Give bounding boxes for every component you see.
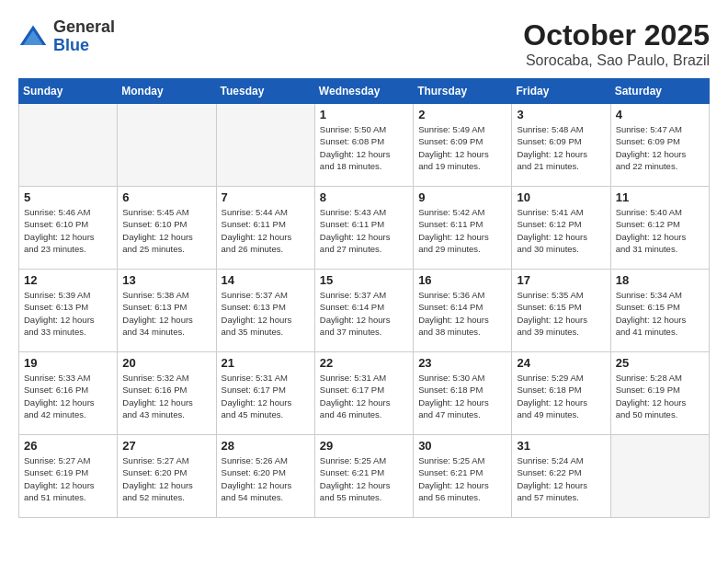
day-number: 15 xyxy=(320,273,408,287)
day-number: 4 xyxy=(616,108,704,121)
day-number: 12 xyxy=(24,273,112,287)
day-info: Sunrise: 5:25 AM Sunset: 6:21 PM Dayligh… xyxy=(418,454,506,503)
day-info: Sunrise: 5:49 AM Sunset: 6:09 PM Dayligh… xyxy=(418,123,506,172)
day-info: Sunrise: 5:27 AM Sunset: 6:19 PM Dayligh… xyxy=(24,454,112,503)
month-title: October 2025 xyxy=(523,18,710,52)
day-number: 24 xyxy=(517,356,605,370)
day-info: Sunrise: 5:24 AM Sunset: 6:22 PM Dayligh… xyxy=(517,454,605,503)
weekday-header: Sunday xyxy=(19,79,118,104)
day-number: 18 xyxy=(616,273,704,287)
day-info: Sunrise: 5:30 AM Sunset: 6:18 PM Dayligh… xyxy=(418,372,506,420)
weekday-header: Wednesday xyxy=(314,79,413,104)
day-number: 20 xyxy=(122,356,210,370)
day-info: Sunrise: 5:38 AM Sunset: 6:13 PM Dayligh… xyxy=(122,289,210,338)
calendar-cell: 2Sunrise: 5:49 AM Sunset: 6:09 PM Daylig… xyxy=(414,104,512,187)
calendar-week-row: 19Sunrise: 5:33 AM Sunset: 6:16 PM Dayli… xyxy=(19,352,710,435)
day-number: 30 xyxy=(418,439,506,453)
day-info: Sunrise: 5:36 AM Sunset: 6:14 PM Dayligh… xyxy=(418,289,506,338)
calendar-cell: 28Sunrise: 5:26 AM Sunset: 6:20 PM Dayli… xyxy=(216,435,314,518)
weekday-header: Thursday xyxy=(414,79,512,104)
day-info: Sunrise: 5:35 AM Sunset: 6:15 PM Dayligh… xyxy=(517,289,605,338)
day-number: 7 xyxy=(222,190,310,204)
calendar-cell: 3Sunrise: 5:48 AM Sunset: 6:09 PM Daylig… xyxy=(512,104,610,187)
day-number: 17 xyxy=(517,273,605,287)
calendar-cell: 1Sunrise: 5:50 AM Sunset: 6:08 PM Daylig… xyxy=(314,104,413,187)
logo-blue-label: Blue xyxy=(53,37,115,55)
day-info: Sunrise: 5:26 AM Sunset: 6:20 PM Dayligh… xyxy=(222,454,310,503)
calendar-cell: 24Sunrise: 5:29 AM Sunset: 6:18 PM Dayli… xyxy=(512,352,610,435)
calendar-week-row: 26Sunrise: 5:27 AM Sunset: 6:19 PM Dayli… xyxy=(19,435,710,518)
day-number: 13 xyxy=(122,273,210,287)
logo-icon xyxy=(18,22,48,52)
day-number: 21 xyxy=(222,356,310,370)
day-number: 14 xyxy=(222,273,310,287)
location-label: Sorocaba, Sao Paulo, Brazil xyxy=(523,52,710,69)
calendar-week-row: 12Sunrise: 5:39 AM Sunset: 6:13 PM Dayli… xyxy=(19,270,710,352)
day-number: 8 xyxy=(320,190,408,204)
calendar-cell: 9Sunrise: 5:42 AM Sunset: 6:11 PM Daylig… xyxy=(414,187,512,270)
calendar-cell: 12Sunrise: 5:39 AM Sunset: 6:13 PM Dayli… xyxy=(19,270,118,352)
day-info: Sunrise: 5:37 AM Sunset: 6:14 PM Dayligh… xyxy=(320,289,408,338)
day-info: Sunrise: 5:45 AM Sunset: 6:10 PM Dayligh… xyxy=(122,206,210,255)
calendar-cell: 14Sunrise: 5:37 AM Sunset: 6:13 PM Dayli… xyxy=(216,270,314,352)
calendar-cell: 11Sunrise: 5:40 AM Sunset: 6:12 PM Dayli… xyxy=(610,187,709,270)
title-block: October 2025 Sorocaba, Sao Paulo, Brazil xyxy=(523,18,710,69)
calendar-cell: 8Sunrise: 5:43 AM Sunset: 6:11 PM Daylig… xyxy=(314,187,413,270)
day-number: 28 xyxy=(222,439,310,453)
calendar-cell xyxy=(216,104,314,187)
calendar-cell: 30Sunrise: 5:25 AM Sunset: 6:21 PM Dayli… xyxy=(414,435,512,518)
day-info: Sunrise: 5:48 AM Sunset: 6:09 PM Dayligh… xyxy=(517,123,605,172)
logo: General Blue xyxy=(18,18,115,55)
day-number: 6 xyxy=(122,190,210,204)
day-info: Sunrise: 5:50 AM Sunset: 6:08 PM Dayligh… xyxy=(320,123,408,172)
calendar-cell xyxy=(610,435,709,518)
day-info: Sunrise: 5:41 AM Sunset: 6:12 PM Dayligh… xyxy=(517,206,605,255)
weekday-header: Tuesday xyxy=(216,79,314,104)
calendar-cell: 27Sunrise: 5:27 AM Sunset: 6:20 PM Dayli… xyxy=(118,435,216,518)
day-number: 25 xyxy=(616,356,704,370)
calendar-cell: 4Sunrise: 5:47 AM Sunset: 6:09 PM Daylig… xyxy=(610,104,709,187)
weekday-header: Saturday xyxy=(610,79,709,104)
calendar-cell: 20Sunrise: 5:32 AM Sunset: 6:16 PM Dayli… xyxy=(118,352,216,435)
day-info: Sunrise: 5:25 AM Sunset: 6:21 PM Dayligh… xyxy=(320,454,408,503)
day-info: Sunrise: 5:44 AM Sunset: 6:11 PM Dayligh… xyxy=(222,206,310,255)
calendar-body: 1Sunrise: 5:50 AM Sunset: 6:08 PM Daylig… xyxy=(19,104,710,518)
day-info: Sunrise: 5:37 AM Sunset: 6:13 PM Dayligh… xyxy=(222,289,310,338)
day-info: Sunrise: 5:39 AM Sunset: 6:13 PM Dayligh… xyxy=(24,289,112,338)
day-number: 22 xyxy=(320,356,408,370)
day-info: Sunrise: 5:47 AM Sunset: 6:09 PM Dayligh… xyxy=(616,123,704,172)
day-number: 19 xyxy=(24,356,112,370)
day-number: 11 xyxy=(616,190,704,204)
day-info: Sunrise: 5:29 AM Sunset: 6:18 PM Dayligh… xyxy=(517,372,605,420)
day-number: 31 xyxy=(517,439,605,453)
day-info: Sunrise: 5:42 AM Sunset: 6:11 PM Dayligh… xyxy=(418,206,506,255)
day-info: Sunrise: 5:27 AM Sunset: 6:20 PM Dayligh… xyxy=(122,454,210,503)
day-info: Sunrise: 5:34 AM Sunset: 6:15 PM Dayligh… xyxy=(616,289,704,338)
day-number: 9 xyxy=(418,190,506,204)
calendar-cell: 29Sunrise: 5:25 AM Sunset: 6:21 PM Dayli… xyxy=(314,435,413,518)
logo-general-label: General xyxy=(53,18,115,37)
calendar-cell: 15Sunrise: 5:37 AM Sunset: 6:14 PM Dayli… xyxy=(314,270,413,352)
weekday-header: Monday xyxy=(118,79,216,104)
day-info: Sunrise: 5:43 AM Sunset: 6:11 PM Dayligh… xyxy=(320,206,408,255)
day-number: 29 xyxy=(320,439,408,453)
calendar-cell: 22Sunrise: 5:31 AM Sunset: 6:17 PM Dayli… xyxy=(314,352,413,435)
calendar-cell: 17Sunrise: 5:35 AM Sunset: 6:15 PM Dayli… xyxy=(512,270,610,352)
day-number: 26 xyxy=(24,439,112,453)
calendar-cell: 6Sunrise: 5:45 AM Sunset: 6:10 PM Daylig… xyxy=(118,187,216,270)
day-info: Sunrise: 5:28 AM Sunset: 6:19 PM Dayligh… xyxy=(616,372,704,420)
day-number: 23 xyxy=(418,356,506,370)
page-header: General Blue October 2025 Sorocaba, Sao … xyxy=(18,18,710,69)
day-number: 2 xyxy=(418,108,506,121)
day-info: Sunrise: 5:31 AM Sunset: 6:17 PM Dayligh… xyxy=(222,372,310,420)
day-number: 16 xyxy=(418,273,506,287)
day-info: Sunrise: 5:40 AM Sunset: 6:12 PM Dayligh… xyxy=(616,206,704,255)
calendar-table: SundayMondayTuesdayWednesdayThursdayFrid… xyxy=(18,78,710,518)
calendar-cell: 5Sunrise: 5:46 AM Sunset: 6:10 PM Daylig… xyxy=(19,187,118,270)
weekday-header: Friday xyxy=(512,79,610,104)
day-info: Sunrise: 5:46 AM Sunset: 6:10 PM Dayligh… xyxy=(24,206,112,255)
calendar-cell: 21Sunrise: 5:31 AM Sunset: 6:17 PM Dayli… xyxy=(216,352,314,435)
weekday-row: SundayMondayTuesdayWednesdayThursdayFrid… xyxy=(19,79,710,104)
calendar-cell xyxy=(19,104,118,187)
calendar-week-row: 5Sunrise: 5:46 AM Sunset: 6:10 PM Daylig… xyxy=(19,187,710,270)
